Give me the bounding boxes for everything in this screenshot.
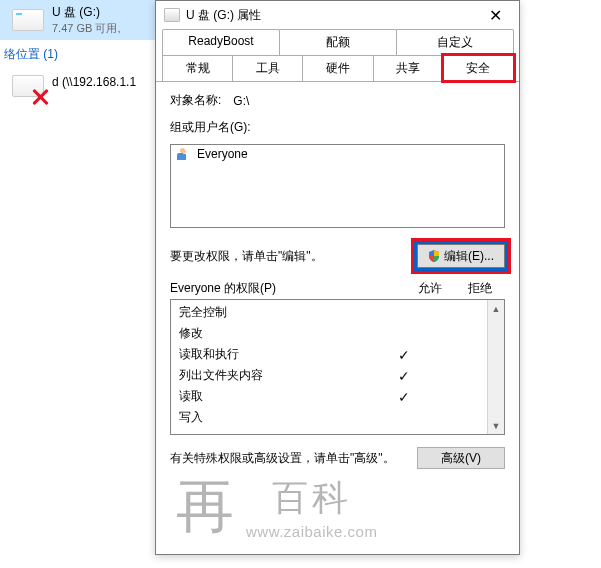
permission-name: 读取和执行 bbox=[179, 346, 379, 363]
permission-name: 读取 bbox=[179, 388, 379, 405]
scroll-track[interactable] bbox=[488, 317, 504, 417]
properties-dialog: U 盘 (G:) 属性 ✕ ReadyBoost 配额 自定义 常规 工具 硬件… bbox=[155, 0, 520, 555]
uac-shield-icon bbox=[428, 250, 440, 262]
permission-name: 写入 bbox=[179, 409, 379, 426]
allow-mark: ✓ bbox=[379, 368, 429, 384]
object-name-label: 对象名称: bbox=[170, 92, 221, 109]
permission-row: 修改 bbox=[171, 323, 487, 344]
advanced-button[interactable]: 高级(V) bbox=[417, 447, 505, 469]
titlebar-drive-icon bbox=[164, 8, 180, 22]
allow-mark: ✓ bbox=[379, 389, 429, 405]
user-item-everyone[interactable]: Everyone bbox=[171, 145, 504, 163]
user-label: Everyone bbox=[197, 147, 248, 161]
permission-name: 列出文件夹内容 bbox=[179, 367, 379, 384]
permissions-list[interactable]: 完全控制修改读取和执行✓列出文件夹内容✓读取✓写入 bbox=[171, 300, 487, 434]
permission-row: 读取✓ bbox=[171, 386, 487, 407]
close-button[interactable]: ✕ bbox=[475, 3, 515, 27]
location-header: 络位置 (1) bbox=[0, 40, 155, 69]
advanced-hint: 有关特殊权限或高级设置，请单击"高级"。 bbox=[170, 450, 395, 467]
drive-title: U 盘 (G:) bbox=[52, 4, 120, 21]
network-drive-label: d (\\192.168.1.1 bbox=[52, 75, 136, 89]
titlebar: U 盘 (G:) 属性 ✕ bbox=[156, 1, 519, 29]
col-allow: 允许 bbox=[405, 280, 455, 297]
dialog-title: U 盘 (G:) 属性 bbox=[186, 7, 475, 24]
permission-row: 完全控制 bbox=[171, 302, 487, 323]
tab-readyboost[interactable]: ReadyBoost bbox=[162, 29, 280, 55]
edit-hint: 要更改权限，请单击"编辑"。 bbox=[170, 248, 323, 265]
edit-button-label: 编辑(E)... bbox=[444, 248, 494, 265]
tab-sharing[interactable]: 共享 bbox=[373, 55, 444, 81]
scrollbar[interactable]: ▲ ▼ bbox=[487, 300, 504, 434]
scroll-up-button[interactable]: ▲ bbox=[488, 300, 504, 317]
drive-info: U 盘 (G:) 7.47 GB 可用, bbox=[52, 4, 120, 36]
permission-row: 列出文件夹内容✓ bbox=[171, 365, 487, 386]
network-drive-item[interactable]: d (\\192.168.1.1 bbox=[0, 69, 155, 101]
group-users-label: 组或用户名(G): bbox=[170, 119, 251, 136]
tab-quota[interactable]: 配额 bbox=[279, 29, 397, 55]
permission-row: 读取和执行✓ bbox=[171, 344, 487, 365]
allow-mark: ✓ bbox=[379, 347, 429, 363]
users-listbox[interactable]: Everyone bbox=[170, 144, 505, 228]
tab-custom[interactable]: 自定义 bbox=[396, 29, 514, 55]
drive-icon bbox=[12, 9, 44, 31]
security-panel: 对象名称: G:\ 组或用户名(G): Everyone 要更改权限，请单击"编… bbox=[156, 82, 519, 469]
tab-hardware[interactable]: 硬件 bbox=[302, 55, 373, 81]
permissions-header: Everyone 的权限(P) bbox=[170, 280, 405, 297]
permission-row: 写入 bbox=[171, 407, 487, 428]
tab-strip: ReadyBoost 配额 自定义 常规 工具 硬件 共享 安全 bbox=[156, 29, 519, 82]
scroll-down-button[interactable]: ▼ bbox=[488, 417, 504, 434]
tab-tools[interactable]: 工具 bbox=[232, 55, 303, 81]
explorer-pane: U 盘 (G:) 7.47 GB 可用, 络位置 (1) d (\\192.16… bbox=[0, 0, 155, 101]
permission-name: 完全控制 bbox=[179, 304, 379, 321]
edit-button[interactable]: 编辑(E)... bbox=[417, 244, 505, 268]
drive-subtitle: 7.47 GB 可用, bbox=[52, 21, 120, 36]
drive-item-g[interactable]: U 盘 (G:) 7.47 GB 可用, bbox=[0, 0, 155, 40]
object-name-value: G:\ bbox=[233, 94, 249, 108]
tab-general[interactable]: 常规 bbox=[162, 55, 233, 81]
users-icon bbox=[175, 147, 191, 161]
permission-name: 修改 bbox=[179, 325, 379, 342]
tab-security[interactable]: 安全 bbox=[443, 55, 514, 81]
permissions-box: 完全控制修改读取和执行✓列出文件夹内容✓读取✓写入 ▲ ▼ bbox=[170, 299, 505, 435]
col-deny: 拒绝 bbox=[455, 280, 505, 297]
disconnected-icon bbox=[30, 87, 50, 107]
